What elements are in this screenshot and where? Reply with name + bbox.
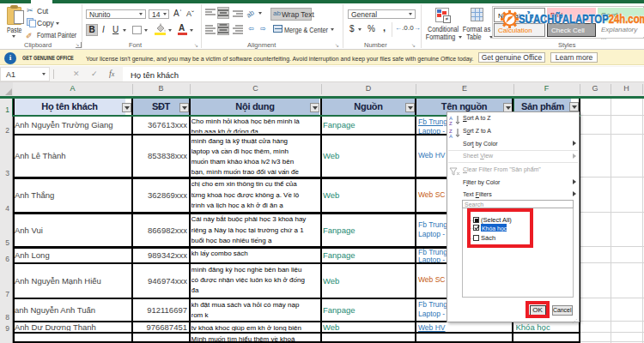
svg-text:A: A	[449, 134, 453, 138]
svg-text:Z: Z	[449, 121, 453, 125]
